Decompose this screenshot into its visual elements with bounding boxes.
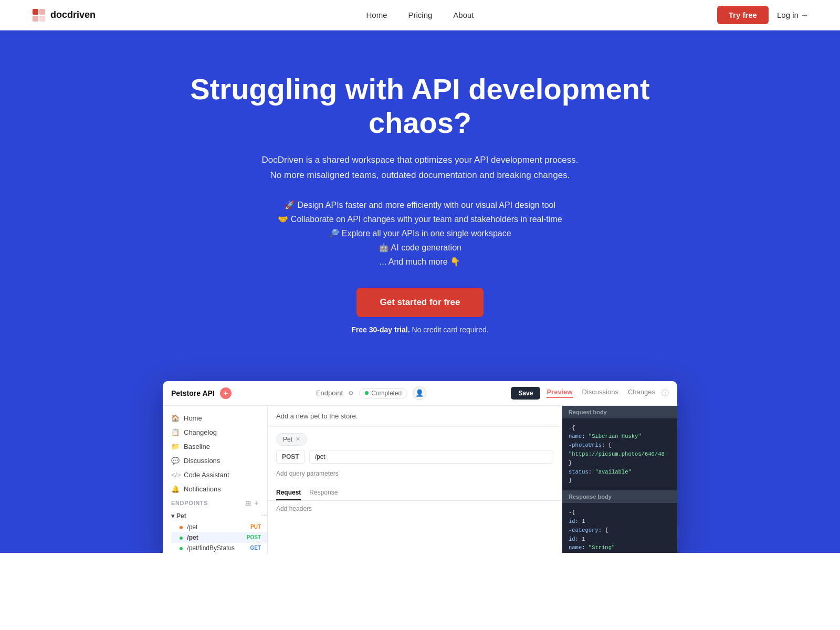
nav-about[interactable]: About xyxy=(453,10,474,19)
tab-response[interactable]: Response xyxy=(309,486,338,500)
app-main: Add a new pet to the store. Pet ✕ POST A… xyxy=(268,406,562,553)
hero-subtitle: DocDriven is a shared workspace that opt… xyxy=(10,153,830,183)
request-body-code: -{ name: "Siberian Husky" -photoUrls: { … xyxy=(562,418,677,491)
sidebar-item-changelog[interactable]: 📋 Changelog xyxy=(163,425,267,439)
settings-icon[interactable]: ⚙ xyxy=(348,390,354,397)
add-endpoint-icon[interactable]: + xyxy=(255,499,259,507)
endpoint-dot xyxy=(180,526,183,529)
svg-rect-1 xyxy=(39,9,45,15)
app-topbar-left: Petstore API + xyxy=(171,387,232,399)
tab-discussions[interactable]: Discussions xyxy=(582,388,618,398)
hero-features-list: 🚀 Design APIs faster and more efficientl… xyxy=(10,200,830,267)
app-topbar-right: Save Preview Discussions Changes ⓘ xyxy=(511,387,669,400)
app-body: 🏠 Home 📋 Changelog 📁 Baseline 💬 Discussi… xyxy=(163,406,677,553)
request-body-label: Request body xyxy=(562,406,677,418)
svg-rect-0 xyxy=(33,9,38,15)
hero-headline: Struggling with API development chaos? xyxy=(184,72,656,140)
app-sidebar: 🏠 Home 📋 Changelog 📁 Baseline 💬 Discussi… xyxy=(163,406,268,553)
add-button[interactable]: + xyxy=(220,387,232,399)
help-icon[interactable]: ⓘ xyxy=(662,388,669,398)
changelog-icon: 📋 xyxy=(171,428,180,436)
tab-changes[interactable]: Changes xyxy=(628,388,655,398)
endpoint-dot xyxy=(180,547,183,550)
status-badge: Completed xyxy=(359,388,407,398)
save-button[interactable]: Save xyxy=(511,387,540,400)
endpoint-form: Pet ✕ POST Add query parameters xyxy=(268,427,562,486)
method-row: POST xyxy=(276,450,553,464)
endpoint-group-label[interactable]: ▾ Pet ⋯ xyxy=(171,510,267,522)
get-started-button[interactable]: Get started for free xyxy=(356,288,483,317)
tag-row: Pet ✕ xyxy=(276,433,553,446)
logo[interactable]: docdriven xyxy=(32,8,96,23)
try-free-button[interactable]: Try free xyxy=(717,6,769,24)
baseline-icon: 📁 xyxy=(171,443,180,450)
grid-icon[interactable]: ⊞ xyxy=(245,499,251,507)
app-topbar-center: Endpoint ⚙ Completed 👤 xyxy=(316,386,426,400)
svg-rect-3 xyxy=(39,16,45,22)
navbar-actions: Try free Log in → xyxy=(717,6,808,24)
home-icon: 🏠 xyxy=(171,414,180,422)
request-response-tabs: Request Response xyxy=(268,486,562,501)
login-button[interactable]: Log in → xyxy=(777,10,808,19)
app-name: Petstore API xyxy=(171,389,215,397)
status-dot xyxy=(365,391,369,395)
sidebar-item-discussions[interactable]: 💬 Discussions xyxy=(163,454,267,468)
svg-rect-2 xyxy=(33,16,38,22)
method-selector[interactable]: POST xyxy=(276,450,305,464)
navbar-nav: Home Pricing About xyxy=(366,10,474,19)
discussions-icon: 💬 xyxy=(171,457,180,465)
logo-text: docdriven xyxy=(50,9,96,20)
endpoint-dot xyxy=(180,537,183,540)
feature-more: ... And much more 👇 xyxy=(10,257,830,267)
endpoint-item-post-pet[interactable]: /pet POST xyxy=(171,532,267,543)
tab-request[interactable]: Request xyxy=(276,486,301,500)
screenshot-section: Petstore API + Endpoint ⚙ Completed 👤 Sa… xyxy=(0,365,840,553)
query-params-link[interactable]: Add query parameters xyxy=(276,468,553,479)
sidebar-item-code-assistant[interactable]: </> Code Assistant xyxy=(163,468,267,482)
sidebar-item-baseline[interactable]: 📁 Baseline xyxy=(163,439,267,454)
feature-item: 🤖 AI code generation xyxy=(10,243,830,253)
code-icon: </> xyxy=(171,471,180,479)
trial-text: Free 30-day trial. No credit card requir… xyxy=(10,326,830,334)
sidebar-section-icons: ⊞ + xyxy=(245,499,259,507)
app-window: Petstore API + Endpoint ⚙ Completed 👤 Sa… xyxy=(163,381,677,553)
tag-chip[interactable]: Pet ✕ xyxy=(276,433,307,446)
response-body-label: Response body xyxy=(562,490,677,503)
sidebar-item-home[interactable]: 🏠 Home xyxy=(163,411,267,425)
nav-pricing[interactable]: Pricing xyxy=(408,10,432,19)
app-topbar: Petstore API + Endpoint ⚙ Completed 👤 Sa… xyxy=(163,381,677,406)
app-right-panel: Request body -{ name: "Siberian Husky" -… xyxy=(562,406,677,553)
endpoints-section-header: ENDPOINTS ⊞ + xyxy=(163,496,267,510)
add-headers-button[interactable]: Add headers xyxy=(268,501,562,517)
endpoint-description: Add a new pet to the store. xyxy=(268,406,562,427)
endpoint-label: Endpoint xyxy=(316,389,343,397)
path-input[interactable] xyxy=(309,450,553,464)
endpoint-item-get-findbystatus[interactable]: /pet/findByStatus GET xyxy=(171,543,267,553)
cta-area: Get started for free Free 30-day trial. … xyxy=(10,288,830,334)
method-badge-get: GET xyxy=(248,544,263,551)
endpoint-item-put-pet[interactable]: /pet PUT xyxy=(171,522,267,532)
sidebar-item-notifications[interactable]: 🔔 Notifications xyxy=(163,482,267,496)
notifications-icon: 🔔 xyxy=(171,485,180,493)
endpoint-group: ▾ Pet ⋯ /pet PUT /pet xyxy=(163,510,267,553)
hero-section: Struggling with API development chaos? D… xyxy=(0,30,840,365)
feature-item: 🔎 Explore all your APIs in one single wo… xyxy=(10,228,830,238)
tag-close-icon[interactable]: ✕ xyxy=(296,436,300,443)
method-badge-post: POST xyxy=(245,534,263,541)
avatar[interactable]: 👤 xyxy=(413,386,426,400)
tab-preview[interactable]: Preview xyxy=(547,388,572,398)
nav-home[interactable]: Home xyxy=(366,10,387,19)
navbar: docdriven Home Pricing About Try free Lo… xyxy=(0,0,840,30)
response-body-code: -{ id: 1 -category: { id: 1 name: "Strin… xyxy=(562,503,677,552)
app-tabs: Preview Discussions Changes xyxy=(547,388,655,398)
method-badge-put: PUT xyxy=(248,523,263,530)
feature-item: 🤝 Collaborate on API changes with your t… xyxy=(10,214,830,224)
status-text: Completed xyxy=(371,390,402,397)
feature-item: 🚀 Design APIs faster and more efficientl… xyxy=(10,200,830,210)
logo-icon xyxy=(32,8,46,23)
